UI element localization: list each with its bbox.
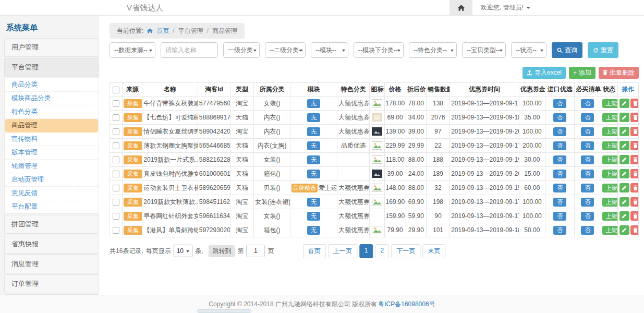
row-checkbox[interactable] bbox=[113, 227, 119, 234]
row-checkbox[interactable] bbox=[113, 185, 119, 191]
status-select[interactable]: --状态-- bbox=[511, 42, 546, 58]
status-badge[interactable]: 上架 bbox=[602, 113, 618, 122]
import-select-badge[interactable]: 否 bbox=[553, 155, 566, 164]
level2-category-select[interactable]: --二级分类-- bbox=[265, 42, 306, 58]
select-all-checkbox[interactable] bbox=[113, 87, 119, 93]
import-select-badge[interactable]: 否 bbox=[553, 170, 566, 178]
edit-button[interactable] bbox=[619, 211, 629, 221]
sidebar-item-platform-management[interactable]: 平台管理 bbox=[4, 58, 99, 77]
level1-category-select[interactable]: 一级分类 bbox=[223, 42, 260, 58]
sidebar-subitem-promo-material[interactable]: 宣传物料 bbox=[5, 133, 98, 146]
add-button[interactable]: + 添加 bbox=[569, 67, 596, 79]
delete-button[interactable] bbox=[630, 197, 639, 207]
row-checkbox[interactable] bbox=[113, 128, 119, 135]
sidebar-item-user-management[interactable]: 用户管理 bbox=[4, 38, 99, 57]
import-excel-button[interactable]: 导入excel bbox=[523, 67, 566, 79]
row-checkbox[interactable] bbox=[113, 171, 119, 177]
batch-delete-button[interactable]: 批量删除 bbox=[599, 67, 639, 79]
feature-category-select[interactable]: --特色分类-- bbox=[409, 42, 457, 58]
page-link-page-2[interactable]: 2 bbox=[375, 244, 390, 258]
jump-button[interactable]: 跳转到 bbox=[209, 245, 235, 257]
row-checkbox[interactable] bbox=[113, 199, 119, 206]
import-select-badge[interactable]: 否 bbox=[553, 198, 566, 207]
must-buy-badge[interactable]: 否 bbox=[581, 184, 594, 192]
status-badge[interactable]: 上架 bbox=[602, 99, 618, 108]
edit-button[interactable] bbox=[619, 99, 629, 108]
module-subcategory-select[interactable]: --模块下分类-- bbox=[354, 42, 404, 58]
edit-button[interactable] bbox=[619, 113, 629, 122]
icp-link[interactable]: 粤ICP备16098006号 bbox=[378, 300, 435, 309]
edit-button[interactable] bbox=[619, 169, 629, 178]
row-checkbox[interactable] bbox=[113, 100, 119, 107]
must-buy-badge[interactable]: 否 bbox=[581, 155, 594, 164]
sidebar-subitem-product-management[interactable]: 商品管理 bbox=[5, 119, 98, 133]
delete-button[interactable] bbox=[630, 211, 639, 221]
reset-button[interactable]: 重置 bbox=[588, 42, 618, 58]
row-checkbox[interactable] bbox=[113, 142, 119, 149]
sidebar-subitem-carousel-management[interactable]: 轮播管理 bbox=[5, 160, 98, 173]
delete-button[interactable] bbox=[630, 113, 639, 122]
edit-button[interactable] bbox=[619, 127, 629, 136]
item-type-select[interactable]: --宝贝类型-- bbox=[462, 42, 506, 58]
page-link-next[interactable]: 下一页 bbox=[391, 244, 420, 258]
sidebar-subitem-feature-category[interactable]: 特色分类 bbox=[5, 105, 98, 119]
row-checkbox[interactable] bbox=[113, 213, 119, 220]
sidebar-subitem-version-management[interactable]: 版本管理 bbox=[5, 146, 98, 160]
row-checkbox[interactable] bbox=[113, 156, 119, 163]
breadcrumb-home-link[interactable]: 首页 bbox=[156, 27, 169, 35]
welcome-dropdown[interactable]: 欢迎您, 管理员! bbox=[481, 3, 530, 12]
import-select-badge[interactable]: 否 bbox=[553, 127, 566, 136]
status-badge[interactable]: 上架 bbox=[602, 212, 618, 221]
delete-button[interactable] bbox=[630, 183, 639, 192]
import-select-badge[interactable]: 否 bbox=[553, 99, 566, 108]
delete-button[interactable] bbox=[630, 225, 639, 235]
home-button[interactable] bbox=[449, 0, 472, 15]
status-badge[interactable]: 上架 bbox=[602, 170, 618, 178]
search-button[interactable]: 查询 bbox=[552, 42, 582, 58]
must-buy-badge[interactable]: 否 bbox=[581, 226, 594, 235]
module-select[interactable]: --模块-- bbox=[311, 42, 348, 58]
status-badge[interactable]: 上架 bbox=[602, 155, 618, 164]
sidebar-subitem-splash-page-management[interactable]: 启动页管理 bbox=[5, 173, 98, 187]
sidebar-subitem-product-category[interactable]: 商品分类 bbox=[5, 78, 98, 92]
row-checkbox[interactable] bbox=[113, 114, 119, 121]
page-number-input[interactable] bbox=[246, 245, 265, 257]
sidebar-subitem-platform-config[interactable]: 平台配置 bbox=[5, 200, 98, 213]
horizontal-scrollbar[interactable] bbox=[197, 309, 251, 313]
status-badge[interactable]: 上架 bbox=[602, 184, 618, 192]
page-link-last[interactable]: 末页 bbox=[422, 244, 445, 258]
edit-button[interactable] bbox=[619, 183, 629, 192]
delete-button[interactable] bbox=[630, 99, 639, 108]
sidebar-subitem-feedback[interactable]: 意见反馈 bbox=[5, 187, 98, 200]
data-source-select[interactable]: --数据来源-- bbox=[110, 42, 155, 58]
edit-button[interactable] bbox=[619, 225, 629, 235]
must-buy-badge[interactable]: 否 bbox=[581, 198, 594, 207]
edit-button[interactable] bbox=[619, 141, 629, 150]
status-badge[interactable]: 上架 bbox=[602, 198, 618, 207]
sidebar-item-savings-express[interactable]: 省惠快报 bbox=[4, 235, 99, 254]
edit-button[interactable] bbox=[619, 197, 629, 207]
import-select-badge[interactable]: 否 bbox=[553, 141, 566, 150]
page-link-prev[interactable]: 上一页 bbox=[328, 244, 357, 258]
must-buy-badge[interactable]: 否 bbox=[581, 212, 594, 221]
import-select-badge[interactable]: 否 bbox=[553, 113, 566, 122]
must-buy-badge[interactable]: 否 bbox=[581, 127, 594, 136]
edit-button[interactable] bbox=[619, 155, 629, 164]
delete-button[interactable] bbox=[630, 155, 639, 164]
must-buy-badge[interactable]: 否 bbox=[581, 99, 594, 108]
page-link-page-1[interactable]: 1 bbox=[359, 244, 373, 258]
import-select-badge[interactable]: 否 bbox=[553, 226, 566, 235]
status-badge[interactable]: 上架 bbox=[602, 127, 618, 136]
delete-button[interactable] bbox=[630, 141, 639, 150]
delete-button[interactable] bbox=[630, 127, 639, 136]
name-input[interactable] bbox=[161, 42, 218, 58]
sidebar-item-group-buy-management[interactable]: 拼团管理 bbox=[4, 215, 99, 234]
must-buy-badge[interactable]: 否 bbox=[581, 170, 594, 178]
sidebar-subitem-module-product-category[interactable]: 模块商品分类 bbox=[5, 92, 98, 105]
delete-button[interactable] bbox=[630, 169, 639, 178]
must-buy-badge[interactable]: 否 bbox=[581, 113, 594, 122]
import-select-badge[interactable]: 否 bbox=[553, 184, 566, 192]
status-badge[interactable]: 上架 bbox=[602, 226, 618, 235]
status-badge[interactable]: 上架 bbox=[602, 141, 618, 150]
per-page-select[interactable]: 10 bbox=[174, 245, 192, 257]
